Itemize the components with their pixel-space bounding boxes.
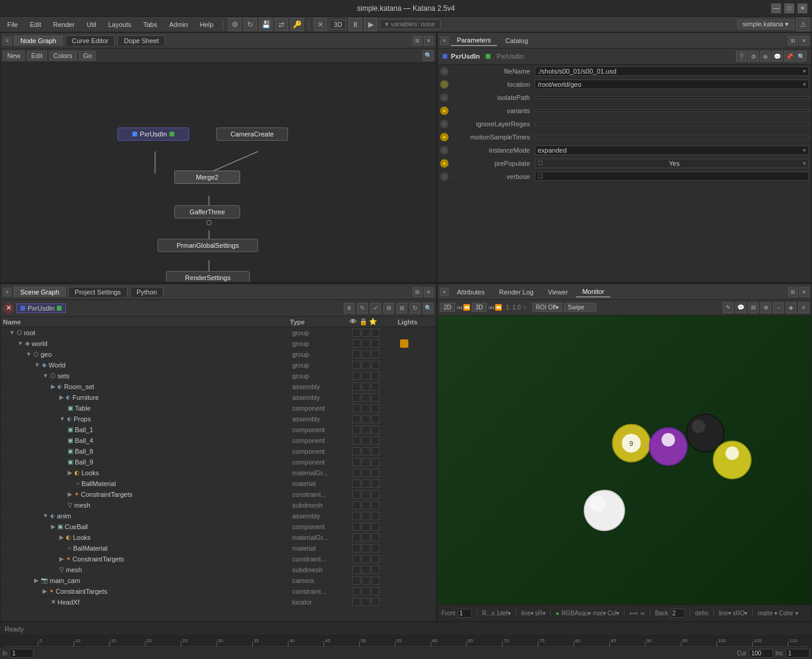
sg-chk1-mesh2[interactable] bbox=[352, 566, 360, 574]
sg-chk2-table[interactable] bbox=[362, 404, 370, 412]
params-close-icon[interactable]: ✕ bbox=[799, 36, 809, 45]
cur-input[interactable] bbox=[749, 649, 773, 658]
sg-chk3-mesh[interactable] bbox=[371, 501, 380, 509]
sg-chk3-world[interactable] bbox=[371, 339, 380, 348]
node-rendersettings[interactable]: RenderSettings bbox=[166, 271, 250, 282]
sg-chk1-world[interactable] bbox=[352, 339, 360, 348]
monitor-close-icon[interactable]: ✕ bbox=[799, 287, 809, 297]
node-pxrusd[interactable]: PxrUsdIn bbox=[117, 127, 189, 141]
menu-tabs[interactable]: Tabs bbox=[138, 20, 162, 29]
grid-icon[interactable]: ⊞ bbox=[748, 302, 759, 313]
sg-chk2-ball1[interactable] bbox=[362, 426, 370, 434]
sg-row-mesh2[interactable]: ▽mesh subdmesh bbox=[1, 564, 436, 575]
sg-chk2-room-set[interactable] bbox=[362, 382, 370, 391]
sg-chk3-mesh2[interactable] bbox=[371, 566, 380, 574]
sg-chk3-geo[interactable] bbox=[371, 350, 380, 359]
comment-icon2[interactable]: 💬 bbox=[735, 302, 746, 313]
search-icon[interactable]: 🔍 bbox=[423, 50, 434, 61]
sg-chk1-room-set[interactable] bbox=[352, 382, 360, 391]
panel-close-icon[interactable]: ✕ bbox=[424, 36, 434, 45]
swipe-button[interactable]: Swipe ◾ bbox=[564, 303, 596, 312]
params-view-icon[interactable]: ⊕ bbox=[760, 51, 771, 62]
sg-chk3-World[interactable] bbox=[371, 361, 380, 369]
sg-expand-icon[interactable]: ⊞ bbox=[396, 303, 407, 314]
edit-button[interactable]: Edit bbox=[27, 51, 47, 60]
sg-chk1-root[interactable] bbox=[352, 329, 360, 337]
sg-row-mesh[interactable]: ▽mesh subdmesh bbox=[1, 500, 436, 511]
sg-chk2-ball8[interactable] bbox=[362, 447, 370, 455]
sg-chk3-ballmaterial2[interactable] bbox=[371, 544, 380, 552]
sg-chk3-main-cam[interactable] bbox=[371, 576, 380, 585]
alert-icon[interactable]: ⚠ bbox=[796, 18, 810, 31]
sg-panel-menu-icon[interactable]: ≡ bbox=[3, 288, 11, 296]
params-comment-icon[interactable]: 💬 bbox=[772, 51, 783, 62]
tab-monitor[interactable]: Monitor bbox=[576, 287, 610, 297]
sg-chk2-sets[interactable] bbox=[362, 372, 370, 380]
sg-chk3-constraint2[interactable] bbox=[371, 555, 380, 563]
close-button[interactable]: ✕ bbox=[798, 4, 807, 13]
sg-row-ball9[interactable]: ▣Ball_9 component bbox=[1, 457, 436, 467]
node-merge2[interactable]: Merge2 bbox=[174, 171, 240, 184]
view-2d-button[interactable]: 2D bbox=[440, 303, 455, 312]
inc-input[interactable] bbox=[786, 649, 810, 658]
sg-chk2-headxf[interactable] bbox=[362, 598, 370, 606]
sg-chk2-constraint3[interactable] bbox=[362, 587, 370, 596]
tab-python[interactable]: Python bbox=[130, 287, 163, 297]
sg-remove-button[interactable]: ✕ bbox=[3, 303, 14, 314]
param-value-prepopulate[interactable]: ☐ Yes ▾ bbox=[535, 159, 809, 168]
sg-chk2-constraint2[interactable] bbox=[362, 555, 370, 563]
param-value-verbose[interactable]: ☐ bbox=[535, 172, 809, 181]
panel-menu-icon[interactable]: ≡ bbox=[3, 37, 11, 45]
view-3d-button[interactable]: 3D bbox=[472, 303, 487, 312]
pause-icon[interactable]: ⏸ bbox=[349, 18, 362, 31]
sg-tool2-icon[interactable]: ✓ bbox=[370, 303, 381, 314]
sg-row-geo[interactable]: ▼⬡geo group bbox=[1, 349, 436, 360]
sg-row-table[interactable]: ▣Table component bbox=[1, 403, 436, 414]
sg-chk3-constraint[interactable] bbox=[371, 490, 380, 499]
node-gafferthree[interactable]: GafferThree bbox=[174, 205, 240, 218]
maximize-button[interactable]: □ bbox=[784, 4, 794, 13]
sg-chk2-mesh[interactable] bbox=[362, 501, 370, 509]
sg-row-looks[interactable]: ▶◐Looks materialGr... bbox=[1, 467, 436, 478]
sg-chk1-constraint3[interactable] bbox=[352, 587, 360, 596]
param-value-variants[interactable] bbox=[535, 110, 809, 112]
key-icon[interactable]: 🔑 bbox=[290, 18, 304, 31]
sg-row-constraint[interactable]: ▶✦ConstraintTargets constraint... bbox=[1, 489, 436, 500]
sg-chk1-anim[interactable] bbox=[352, 512, 360, 520]
sg-close-icon[interactable]: ✕ bbox=[424, 287, 434, 297]
node-cameracreate[interactable]: CameraCreate bbox=[216, 127, 288, 141]
sg-chk3-anim[interactable] bbox=[371, 512, 380, 520]
in-input[interactable] bbox=[10, 649, 34, 658]
tab-dope-sheet[interactable]: Dope Sheet bbox=[117, 35, 165, 45]
menu-util[interactable]: Util bbox=[82, 20, 101, 29]
sg-chk3-ball9[interactable] bbox=[371, 458, 380, 466]
paint-icon[interactable]: ✎ bbox=[723, 302, 734, 313]
sg-chk3-ball1[interactable] bbox=[371, 426, 380, 434]
sg-chk2-world[interactable] bbox=[362, 339, 370, 348]
sg-chk2-ballmaterial2[interactable] bbox=[362, 544, 370, 552]
sg-chk3-sets[interactable] bbox=[371, 372, 380, 380]
menu-file[interactable]: File bbox=[2, 20, 23, 29]
menu-layouts[interactable]: Layouts bbox=[104, 20, 137, 29]
param-value-motionsample[interactable] bbox=[535, 136, 809, 138]
param-value-ignorelayer[interactable] bbox=[535, 123, 809, 125]
sg-row-constraint2[interactable]: ▶✦ConstraintTargets constraint... bbox=[1, 554, 436, 564]
node-prmanglobal[interactable]: PrmanGlobalSettings bbox=[157, 239, 258, 252]
sg-chk3-ball8[interactable] bbox=[371, 447, 380, 455]
sg-pause-icon[interactable]: ⏸ bbox=[344, 303, 355, 314]
sg-chk3-headxf[interactable] bbox=[371, 598, 380, 606]
sg-chk1-ball9[interactable] bbox=[352, 458, 360, 466]
sg-chk1-furniture[interactable] bbox=[352, 393, 360, 402]
sg-row-World[interactable]: ▼◈World group bbox=[1, 360, 436, 371]
sg-chk3-room-set[interactable] bbox=[371, 382, 380, 391]
sg-row-ball8[interactable]: ▣Ball_8 component bbox=[1, 446, 436, 457]
project-label[interactable]: simple.katana ▾ bbox=[737, 19, 794, 29]
sg-row-props[interactable]: ▼⬖Props assembly bbox=[1, 414, 436, 424]
params-float-icon[interactable]: ⊞ bbox=[788, 36, 798, 45]
sg-chk2-cueball[interactable] bbox=[362, 523, 370, 531]
new-button[interactable]: New bbox=[3, 51, 25, 60]
sg-row-looks2[interactable]: ▶◐Looks materialGr... bbox=[1, 532, 436, 543]
sg-chk1-sets[interactable] bbox=[352, 372, 360, 380]
sg-search-icon[interactable]: 🔍 bbox=[423, 303, 434, 314]
param-value-filename[interactable]: ./shots/s00_01/s00_01.usd ▾ bbox=[535, 66, 809, 76]
